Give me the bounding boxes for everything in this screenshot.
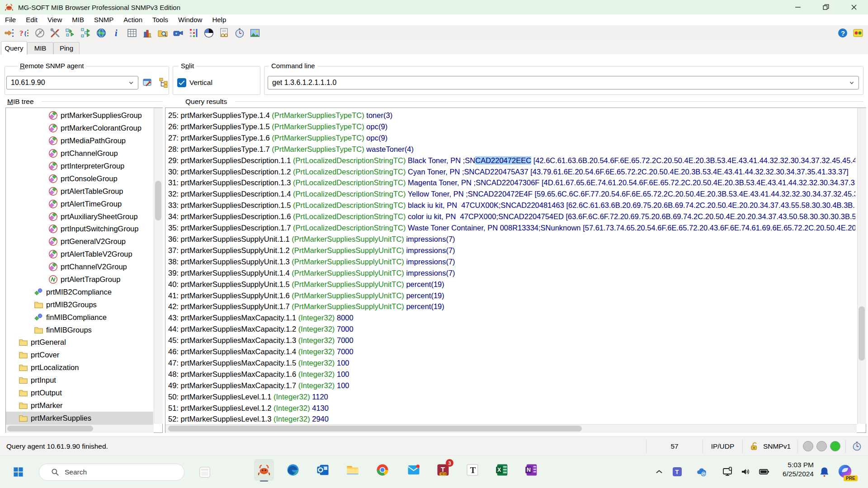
tree-item-prtMediaPathGroup[interactable]: prtMediaPathGroup (6, 135, 153, 147)
result-line-51[interactable]: 51: prtMarkerSuppliesLevel.1.2 (Integer3… (168, 403, 855, 414)
mib-tree-vertical-scrollbar[interactable] (154, 108, 163, 424)
taskbar-app-t-app[interactable]: T (462, 459, 482, 481)
result-line-32[interactable]: 32: prtMarkerSuppliesDescription.1.4 (Pr… (168, 188, 855, 200)
result-line-46[interactable]: 46: prtMarkerSuppliesMaxCapacity.1.4 (In… (168, 346, 855, 357)
teams-icon[interactable]: T (672, 466, 683, 477)
result-line-40[interactable]: 40: prtMarkerSuppliesSupplyUnit.1.5 (Prt… (168, 279, 855, 290)
menu-view[interactable]: View (42, 14, 67, 25)
result-line-25[interactable]: 25: prtMarkerSuppliesType.1.4 (PrtMarker… (168, 110, 855, 121)
volume-icon[interactable] (740, 466, 751, 477)
toolbar-tools-button[interactable] (48, 27, 61, 39)
result-line-52[interactable]: 52: prtMarkerSuppliesLevel.1.3 (Integer3… (168, 413, 855, 424)
result-line-41[interactable]: 41: prtMarkerSuppliesSupplyUnit.1.6 (Prt… (168, 290, 855, 301)
title-bar[interactable]: MG-SOFT MIB Browser Professional SNMPv3 … (0, 0, 868, 14)
result-line-43[interactable]: 43: prtMarkerSuppliesMaxCapacity.1.1 (In… (168, 312, 855, 324)
result-line-39[interactable]: 39: prtMarkerSuppliesSupplyUnit.1.4 (Prt… (168, 267, 855, 279)
tree-item-prtConsoleGroup[interactable]: prtConsoleGroup (6, 172, 153, 185)
minimize-button[interactable] (784, 0, 812, 14)
results-horizontal-scrollbar-thumb[interactable] (168, 426, 582, 432)
taskbar-app-edge[interactable] (283, 459, 303, 481)
pinned-white-app-icon[interactable] (198, 465, 212, 479)
menu-file[interactable]: File (0, 14, 21, 25)
toolbar-stopwatch-button[interactable] (233, 27, 246, 39)
result-line-50[interactable]: 50: prtMarkerSuppliesLevel.1.1 (Integer3… (168, 391, 855, 403)
taskbar-app-mib-browser[interactable] (254, 459, 274, 481)
tree-item-finMIBGroups[interactable]: finMIBGroups (6, 324, 153, 336)
chevron-down-icon[interactable] (847, 78, 857, 88)
chevron-down-icon[interactable] (126, 78, 136, 88)
taskbar-app-outlook[interactable] (313, 459, 333, 481)
tree-item-prtChannelGroup[interactable]: prtChannelGroup (6, 147, 153, 160)
result-line-36[interactable]: 36: prtMarkerSuppliesSupplyUnit.1.1 (Prt… (168, 234, 855, 245)
taskbar-search[interactable]: Search (39, 464, 184, 481)
close-button[interactable] (840, 0, 868, 14)
toolbar-trap-console-button[interactable] (171, 27, 184, 39)
tree-item-prtAlertTimeGroup[interactable]: prtAlertTimeGroup (6, 197, 153, 210)
tree-item-prtAlertTableV2Group[interactable]: prtAlertTableV2Group (6, 248, 153, 261)
taskbar-app-chrome[interactable] (373, 459, 392, 481)
menu-mib[interactable]: MIB (67, 14, 89, 25)
result-line-45[interactable]: 45: prtMarkerSuppliesMaxCapacity.1.3 (In… (168, 335, 855, 346)
result-line-31[interactable]: 31: prtMarkerSuppliesDescription.1.3 (Pr… (168, 177, 855, 188)
toolbar-pie-chart-button[interactable] (202, 27, 215, 39)
tree-item-prtInput[interactable]: prtInput (6, 374, 153, 387)
menu-tools[interactable]: Tools (147, 14, 173, 25)
tree-item-prtCover[interactable]: prtCover (6, 349, 153, 361)
mib-tree-vertical-scrollbar-thumb[interactable] (155, 181, 161, 221)
start-button[interactable] (9, 463, 27, 481)
results-vertical-scrollbar[interactable] (857, 108, 866, 424)
tree-item-prtMarkerSuppliesGroup[interactable]: prtMarkerSuppliesGroup (6, 109, 153, 122)
taskbar-app-outlook-new[interactable] (404, 459, 424, 481)
tree-item-prtAuxiliarySheetGroup[interactable]: prtAuxiliarySheetGroup (6, 210, 153, 223)
result-line-48[interactable]: 48: prtMarkerSuppliesMaxCapacity.1.6 (In… (168, 369, 855, 380)
toolbar-capture-button[interactable] (248, 27, 261, 39)
notification-bell-icon[interactable] (818, 466, 830, 478)
tree-item-prtMIB2Groups[interactable]: prtMIB2Groups (6, 298, 153, 311)
result-line-38[interactable]: 38: prtMarkerSuppliesSupplyUnit.1.3 (Prt… (168, 256, 855, 267)
mib-tree-horizontal-scrollbar-thumb[interactable] (7, 426, 93, 432)
results-horizontal-scrollbar[interactable] (165, 424, 857, 433)
command-line-input[interactable]: get 1.3.6.1.2.1.1.1.0 (268, 76, 859, 89)
open-query-window-button[interactable] (141, 76, 154, 89)
result-line-47[interactable]: 47: prtMarkerSuppliesMaxCapacity.1.5 (In… (168, 357, 855, 369)
battery-icon[interactable] (759, 466, 769, 477)
tab-query[interactable]: Query (1, 41, 27, 55)
tree-item-prtMarkerColorantGroup[interactable]: prtMarkerColorantGroup (6, 122, 153, 135)
result-line-28[interactable]: 28: prtMarkerSuppliesType.1.7 (PrtMarker… (168, 144, 855, 155)
result-line-29[interactable]: 29: prtMarkerSuppliesDescription.1.1 (Pr… (168, 155, 855, 166)
taskbar-app-file-explorer[interactable] (343, 459, 363, 481)
tree-item-prtGeneral[interactable]: prtGeneral (6, 336, 153, 349)
taskbar-clock[interactable]: 5:03 PM 6/25/2024 (769, 460, 814, 479)
tree-item-prtAlertTrapGroup[interactable]: prtAlertTrapGroup (6, 273, 153, 286)
result-line-26[interactable]: 26: prtMarkerSuppliesType.1.5 (PrtMarker… (168, 121, 855, 132)
tab-ping[interactable]: Ping (53, 42, 80, 54)
vertical-checkbox[interactable] (177, 78, 186, 87)
open-mib-tree-window-button[interactable] (157, 76, 170, 89)
results-vertical-scrollbar-thumb[interactable] (859, 306, 865, 361)
toolbar-info-button[interactable]: i (110, 27, 123, 39)
taskbar-app-excel[interactable]: X (492, 459, 512, 481)
result-line-33[interactable]: 33: prtMarkerSuppliesDescription.1.5 (Pr… (168, 200, 855, 211)
tree-item-prtChannelV2Group[interactable]: prtChannelV2Group (6, 261, 153, 273)
result-line-34[interactable]: 34: prtMarkerSuppliesDescription.1.6 (Pr… (168, 211, 855, 222)
snmp-agent-combobox[interactable]: 10.61.9.90 (6, 76, 138, 89)
menu-window[interactable]: Window (173, 14, 207, 25)
tree-item-prtMarker[interactable]: prtMarker (6, 399, 153, 412)
chevron-up-icon[interactable] (654, 466, 665, 477)
toolbar-walk-subtree-button[interactable] (64, 27, 77, 39)
toolbar-table-view-button[interactable] (125, 27, 138, 39)
toolbar-graph-button[interactable] (141, 27, 154, 39)
menu-help[interactable]: Help (207, 14, 231, 25)
tree-item-prtInputSwitchingGroup[interactable]: prtInputSwitchingGroup (6, 223, 153, 235)
result-line-44[interactable]: 44: prtMarkerSuppliesMaxCapacity.1.2 (In… (168, 324, 855, 335)
tree-item-prtMIB2Compliance[interactable]: prtMIB2Compliance (6, 286, 153, 298)
display-icon[interactable] (722, 466, 733, 477)
toolbar-walk-tree-button[interactable] (79, 27, 92, 39)
tree-item-prtGeneralV2Group[interactable]: prtGeneralV2Group (6, 235, 153, 248)
toolbar-pause-button[interactable] (33, 27, 46, 39)
tree-item-prtAlertTableGroup[interactable]: prtAlertTableGroup (6, 185, 153, 197)
toolbar-connect-agent-button[interactable] (2, 27, 15, 39)
result-line-30[interactable]: 30: prtMarkerSuppliesDescription.1.2 (Pr… (168, 166, 855, 178)
toolbar-internet-button[interactable] (94, 27, 108, 39)
toolbar-mib-viewer-button[interactable] (217, 27, 231, 39)
